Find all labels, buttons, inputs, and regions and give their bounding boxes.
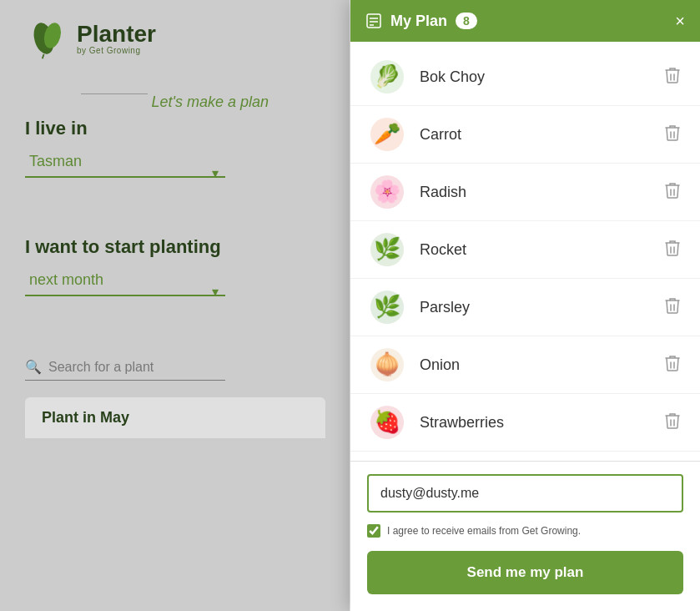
plant-name: Carrot (420, 126, 662, 144)
plant-in-section: Plant in May (25, 397, 325, 438)
plant-image: 🥕 (367, 114, 407, 154)
plant-name: Strawberries (420, 414, 662, 432)
logo-area: Planter by Get Growing (25, 17, 325, 60)
svg-text:🥕: 🥕 (374, 120, 401, 147)
search-area[interactable]: 🔍 Search for a plant (25, 359, 225, 381)
list-item: 🌸 Radish (350, 164, 700, 221)
timing-dropdown-wrapper[interactable]: next month (25, 265, 225, 317)
svg-text:🌸: 🌸 (374, 178, 401, 205)
agree-label: I agree to receive emails from Get Growi… (387, 525, 581, 537)
section-divider (81, 93, 148, 94)
delete-plant-button[interactable] (662, 121, 683, 149)
list-item: 🥕 Carrot (350, 106, 700, 164)
plant-name: Radish (420, 184, 662, 201)
list-item: 🌿 Parsley (350, 279, 700, 336)
start-planting-label: I want to start planting (25, 236, 325, 258)
svg-text:🍓: 🍓 (374, 408, 401, 435)
list-item: 🧅 Onion (350, 336, 700, 394)
search-icon: 🔍 (25, 359, 42, 375)
plant-name: Bok Choy (420, 68, 662, 86)
location-dropdown-wrapper[interactable]: Tasman (25, 146, 225, 199)
email-input[interactable] (367, 474, 683, 513)
delete-plant-button[interactable] (662, 294, 683, 321)
agree-checkbox[interactable] (367, 524, 380, 538)
send-plan-button[interactable]: Send me my plan (367, 551, 683, 594)
location-dropdown[interactable]: Tasman (25, 146, 225, 178)
delete-plant-button[interactable] (662, 351, 683, 379)
live-in-label: I live in (25, 118, 325, 139)
delete-plant-button[interactable] (662, 409, 683, 437)
agree-row: I agree to receive emails from Get Growi… (367, 524, 683, 538)
list-item: 🫚 Beetroot (350, 452, 700, 461)
svg-text:🌿: 🌿 (374, 293, 401, 320)
plant-name: Parsley (420, 299, 662, 316)
delete-plant-button[interactable] (662, 63, 683, 91)
logo-sub: by Get Growing (77, 46, 156, 55)
svg-text:🌿: 🌿 (374, 235, 401, 262)
plant-image: 🌿 (367, 230, 407, 270)
modal-footer: I agree to receive emails from Get Growi… (350, 461, 700, 611)
plant-image: 🌿 (367, 287, 407, 327)
plant-image: 🥬 (367, 57, 407, 97)
svg-text:🧅: 🧅 (374, 351, 401, 377)
delete-plant-button[interactable] (662, 179, 683, 206)
modal-header-left: My Plan 8 (365, 13, 477, 30)
list-item: 🥬 Bok Choy (350, 48, 700, 106)
search-placeholder-text: Search for a plant (48, 360, 154, 375)
plant-in-label: Plant in May (42, 409, 129, 426)
plant-image: 🧅 (367, 345, 407, 385)
timing-dropdown[interactable]: next month (25, 265, 225, 296)
plan-icon (365, 13, 382, 29)
modal-title: My Plan (390, 13, 447, 30)
modal-header: My Plan 8 × (350, 0, 700, 42)
close-button[interactable]: × (675, 13, 685, 29)
plant-image: 🌸 (367, 172, 407, 212)
delete-plant-button[interactable] (662, 236, 683, 264)
svg-line-2 (43, 54, 44, 58)
plant-name: Rocket (420, 241, 662, 259)
tagline: Let's make a plan (151, 93, 269, 110)
plant-name: Onion (420, 356, 662, 374)
left-panel: Planter by Get Growing Let's make a plan… (0, 0, 350, 611)
logo-icon (25, 17, 68, 60)
plan-count-badge: 8 (456, 13, 477, 29)
plant-image: 🍓 (367, 402, 407, 442)
logo-name: Planter (77, 23, 156, 46)
logo-text: Planter by Get Growing (77, 23, 156, 55)
list-item: 🌿 Rocket (350, 221, 700, 279)
list-item: 🍓 Strawberries (350, 394, 700, 452)
my-plan-modal: My Plan 8 × 🥬 Bok Choy 🥕 (350, 0, 700, 611)
plant-list: 🥬 Bok Choy 🥕 Carrot (350, 42, 700, 461)
svg-text:🥬: 🥬 (374, 63, 401, 89)
